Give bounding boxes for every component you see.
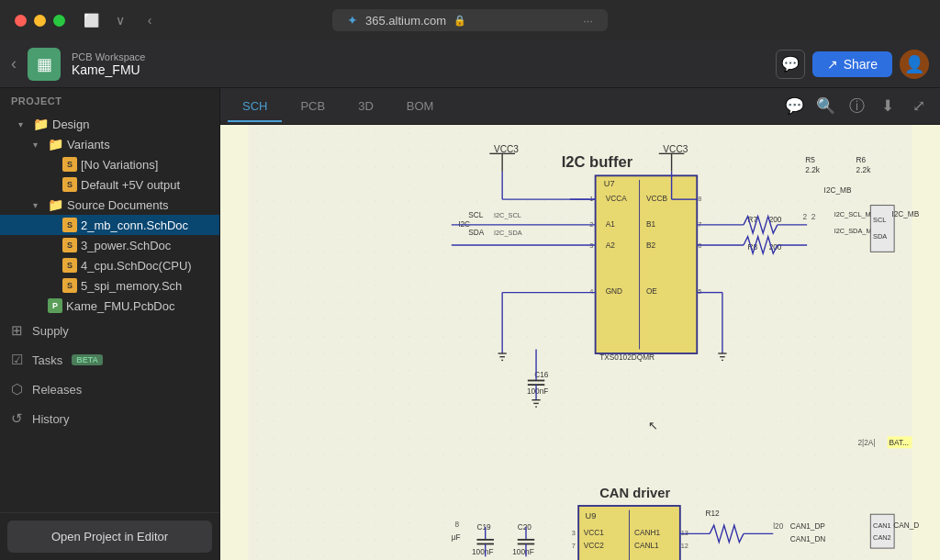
svg-text:VCCA: VCCA — [606, 194, 627, 203]
schematic-view[interactable]: I2C buffer VCC3 VCC3 VCCA VCCB A1 B1 A2 … — [220, 125, 940, 560]
svg-text:3: 3 — [572, 529, 576, 537]
svg-text:SDA: SDA — [873, 232, 887, 241]
tab-pcb[interactable]: PCB — [285, 92, 340, 122]
svg-text:CANL1: CANL1 — [634, 541, 659, 550]
no-variations-label: [No Variations] — [81, 158, 158, 172]
svg-text:8: 8 — [455, 520, 460, 529]
avatar[interactable]: 👤 — [900, 50, 929, 79]
download-icon[interactable]: ⬇ — [874, 93, 901, 120]
tasks-icon: ☑ — [11, 352, 23, 368]
sch-file-icon: S — [62, 258, 77, 273]
sidebar-item-tasks[interactable]: ☑ Tasks BETA — [0, 345, 219, 375]
default-5v-label: Default +5V output — [81, 178, 180, 192]
tab-sch[interactable]: SCH — [228, 92, 282, 122]
main-layout: PROJECT ▾ 📁 Design ▾ 📁 Variants S [No Va… — [0, 88, 940, 560]
svg-text:B1: B1 — [646, 219, 656, 229]
altium-icon: ✦ — [347, 13, 358, 28]
share-button[interactable]: ↗ Share — [812, 51, 892, 77]
back-button[interactable]: ‹ — [11, 54, 17, 73]
url-bar[interactable]: ✦ 365.altium.com 🔒 ··· — [332, 9, 608, 31]
svg-text:OE: OE — [646, 286, 657, 296]
sidebar-item-no-variations[interactable]: S [No Variations] — [0, 154, 219, 174]
project-icon: ▦ — [28, 48, 61, 81]
lock-icon: 🔒 — [453, 15, 466, 27]
sidebar-item-releases[interactable]: ⬡ Releases — [0, 375, 219, 404]
history-icon: ↺ — [11, 410, 23, 427]
folder-icon: 📁 — [48, 197, 63, 212]
grid-icon: ▦ — [37, 54, 52, 74]
sidebar-toggle-icon[interactable]: ⬜ — [80, 11, 102, 29]
5spi-label: 5_spi_memory.Sch — [81, 279, 182, 293]
comment-button[interactable]: 💬 — [776, 50, 805, 79]
sidebar-item-variants[interactable]: ▾ 📁 Variants — [0, 134, 219, 154]
supply-icon: ⊞ — [11, 322, 23, 339]
svg-text:↖: ↖ — [648, 419, 658, 432]
search-icon[interactable]: 🔍 — [811, 93, 839, 120]
svg-text:R12: R12 — [705, 509, 720, 518]
svg-text:CAN1_DP: CAN1_DP — [790, 521, 826, 531]
sidebar-item-4cpu[interactable]: S 4_cpu.SchDoc(CPU) — [0, 255, 219, 275]
svg-text:2.2k: 2.2k — [805, 165, 821, 174]
chevron-down-icon[interactable]: ∨ — [109, 11, 131, 29]
sidebar-item-design[interactable]: ▾ 📁 Design — [0, 114, 219, 134]
share-label: Share — [844, 57, 878, 72]
open-editor-button[interactable]: Open Project in Editor — [7, 521, 212, 553]
toolbar-actions: 💬 ↗ Share 👤 — [776, 50, 929, 79]
svg-text:I2C_SCL_MB: I2C_SCL_MB — [834, 210, 876, 218]
sidebar-item-3power[interactable]: S 3_power.SchDoc — [0, 235, 219, 255]
svg-text:U9: U9 — [586, 511, 597, 521]
svg-text:I2C_MB: I2C_MB — [891, 209, 919, 218]
svg-text:l20: l20 — [773, 521, 783, 531]
sch-file-icon: S — [62, 238, 77, 252]
tab-bom[interactable]: BOM — [392, 92, 449, 122]
close-button[interactable] — [15, 15, 27, 27]
project-info: PCB Workspace Kame_FMU — [72, 51, 146, 77]
sidebar-section-header: PROJECT — [0, 88, 219, 114]
svg-text:CAN2: CAN2 — [873, 533, 891, 542]
svg-text:I2C_SCL: I2C_SCL — [494, 211, 521, 219]
svg-text:8: 8 — [698, 195, 701, 203]
history-label: History — [32, 412, 69, 426]
svg-text:CANH1: CANH1 — [634, 528, 660, 537]
sidebar-item-default-5v[interactable]: S Default +5V output — [0, 174, 219, 195]
svg-text:100nF: 100nF — [527, 386, 548, 396]
tab-3d[interactable]: 3D — [343, 92, 388, 122]
sidebar-item-2mb-conn[interactable]: S 2_mb_conn.SchDoc — [0, 215, 219, 235]
expand-icon[interactable]: ⤢ — [905, 93, 933, 120]
fullscreen-button[interactable] — [53, 15, 65, 27]
app-toolbar: ‹ ▦ PCB Workspace Kame_FMU 💬 ↗ Share 👤 — [0, 40, 940, 88]
info-icon[interactable]: ⓘ — [843, 93, 870, 120]
sidebar-item-5spi[interactable]: S 5_spi_memory.Sch — [0, 275, 219, 296]
sidebar-item-pcbdoc[interactable]: P Kame_FMU.PcbDoc — [0, 296, 219, 316]
share-icon: ↗ — [827, 57, 838, 72]
supply-label: Supply — [32, 324, 69, 338]
svg-text:VCC2: VCC2 — [584, 541, 604, 550]
svg-text:BAT...: BAT... — [890, 439, 909, 448]
svg-rect-132 — [870, 514, 894, 548]
svg-text:A2: A2 — [606, 241, 616, 250]
more-icon[interactable]: ··· — [583, 14, 593, 28]
titlebar: ⬜ ∨ ‹ ✦ 365.altium.com 🔒 ··· — [0, 0, 940, 40]
sidebar-item-history[interactable]: ↺ History — [0, 404, 219, 433]
sch-file-icon: S — [62, 278, 77, 293]
pcbdoc-label: Kame_FMU.PcbDoc — [66, 299, 174, 313]
pcb-file-icon: P — [48, 298, 62, 313]
svg-text:2: 2 — [803, 212, 808, 221]
content-tabs: SCH PCB 3D BOM — [228, 88, 448, 124]
content-toolbar-icons: 💬 🔍 ⓘ ⬇ ⤢ — [780, 93, 933, 120]
svg-text:2: 2 — [811, 212, 816, 221]
svg-text:2|2A|: 2|2A| — [857, 439, 875, 448]
source-docs-label: Source Documents — [67, 198, 169, 212]
sidebar-item-source-docs[interactable]: ▾ 📁 Source Documents — [0, 195, 219, 215]
releases-icon: ⬡ — [11, 381, 23, 398]
svg-text:C20: C20 — [518, 522, 532, 532]
content-area: SCH PCB 3D BOM 💬 🔍 ⓘ ⬇ ⤢ — [220, 88, 940, 560]
svg-text:SCL: SCL — [468, 210, 484, 219]
design-label: Design — [52, 118, 89, 131]
back-icon[interactable]: ‹ — [139, 11, 161, 29]
svg-text:12: 12 — [681, 542, 688, 550]
window-controls: ⬜ ∨ ‹ — [80, 11, 161, 29]
minimize-button[interactable] — [34, 15, 46, 27]
sidebar-item-supply[interactable]: ⊞ Supply — [0, 316, 219, 345]
chat-icon[interactable]: 💬 — [780, 93, 808, 120]
